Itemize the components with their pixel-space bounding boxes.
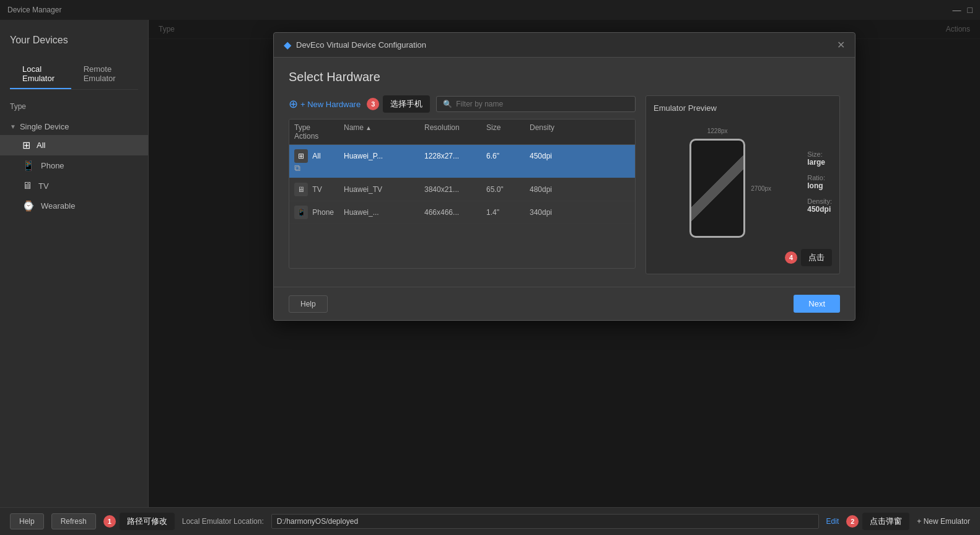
table-row[interactable]: 📱 Phone Huawei_... 466x466... 1.4" 340dp…: [289, 201, 635, 224]
modal-body: ⊕ + New Hardware 3 选择手机 �: [289, 95, 840, 274]
col-density: Density: [530, 123, 579, 132]
edit-button[interactable]: Edit: [826, 517, 839, 526]
bottom-bar: Help Refresh 1 路径可修改 Local Emulator Loca…: [0, 507, 980, 535]
maximize-btn[interactable]: □: [968, 5, 973, 15]
badge-2: 2: [846, 515, 859, 528]
row-name: Huawei_P...: [344, 152, 424, 160]
modal-footer: Help Next: [274, 287, 855, 320]
new-hardware-label: + New Hardware: [300, 100, 361, 109]
col-resolution: Resolution: [424, 123, 486, 132]
row-name: Huawei_TV: [344, 185, 424, 194]
badge-1: 1: [103, 515, 116, 528]
type-label: Type: [0, 97, 148, 116]
spec-ratio-label: Ratio:: [807, 174, 832, 181]
copy-action-button[interactable]: ⧉: [294, 163, 300, 173]
modal-dialog: ◆ DevEco Virtual Device Configuration ✕ …: [273, 32, 855, 321]
spec-density-value: 450dpi: [807, 205, 832, 214]
modal-icon: ◆: [284, 39, 291, 51]
col-size-label: Size: [486, 123, 501, 132]
spec-size-value: large: [807, 158, 832, 167]
annotation-2: 2 点击弹窗: [846, 513, 909, 530]
col-actions: Actions: [294, 132, 344, 141]
hardware-panel: ⊕ + New Hardware 3 选择手机 �: [289, 95, 636, 274]
sidebar-item-phone-label: Phone: [41, 161, 64, 170]
phone-type-icon: 📱: [294, 206, 308, 219]
table-row[interactable]: ⊞ All Huawei_P... 1228x27... 6.6" 450dpi: [289, 145, 635, 178]
minimize-btn[interactable]: —: [953, 5, 961, 15]
tv-type-icon: 🖥: [294, 183, 308, 196]
dim-right: 2700px: [751, 185, 771, 192]
tab-local-emulator[interactable]: Local Emulator: [10, 59, 71, 89]
modal-overlay: ◆ DevEco Virtual Device Configuration ✕ …: [149, 20, 980, 507]
badge-4: 4: [785, 251, 797, 264]
search-icon: 🔍: [443, 100, 452, 108]
col-resolution-label: Resolution: [424, 123, 460, 132]
location-path-input[interactable]: [271, 514, 819, 529]
single-device-label: Single Device: [20, 122, 69, 131]
app-title: Device Manager: [7, 6, 61, 14]
sidebar-item-wearable[interactable]: ⌚ Wearable: [0, 196, 148, 216]
wearable-icon: ⌚: [22, 200, 35, 212]
col-type: Type: [294, 123, 344, 132]
spec-ratio-value: long: [807, 181, 832, 190]
sidebar-item-all[interactable]: ⊞ All: [0, 135, 148, 155]
next-button[interactable]: Next: [794, 295, 840, 313]
row-density: 340dpi: [530, 208, 579, 217]
sidebar-item-tv-label: TV: [38, 181, 49, 191]
row-size: 65.0": [486, 185, 530, 194]
help-bottom-button[interactable]: Help: [10, 513, 44, 529]
help-button[interactable]: Help: [289, 295, 328, 313]
tooltip-4: 点击: [801, 249, 832, 266]
new-emulator-button[interactable]: + New Emulator: [917, 517, 970, 526]
spec-size-label: Size:: [807, 150, 832, 158]
dim-top: 1228px: [707, 128, 728, 134]
row-type: ⊞ All: [294, 149, 344, 163]
col-actions-label: Actions: [294, 132, 318, 141]
row-resolution: 1228x27...: [424, 152, 486, 160]
sidebar-tabs: Local Emulator Remote Emulator: [0, 53, 148, 90]
spec-ratio: Ratio: long: [807, 174, 832, 190]
hardware-toolbar: ⊕ + New Hardware 3 选择手机 �: [289, 95, 636, 113]
col-size: Size: [486, 123, 530, 132]
sidebar: Your Devices Local Emulator Remote Emula…: [0, 20, 149, 507]
preview-specs: Size: large Ratio: long Dens: [807, 120, 832, 244]
all-type-icon: ⊞: [294, 149, 308, 163]
emulator-preview: Emulator Preview 1228px 2700px: [645, 95, 840, 274]
spec-size: Size: large: [807, 150, 832, 167]
row-density: 450dpi: [530, 152, 579, 160]
modal-close-button[interactable]: ✕: [837, 39, 845, 51]
modal-heading: Select Hardware: [289, 70, 840, 84]
window-controls: — □: [953, 5, 973, 15]
content-area: Type Actions ◆ DevEco Virtual Device Con…: [149, 20, 980, 507]
row-actions: ⧉: [294, 163, 344, 173]
sidebar-item-wearable-label: Wearable: [41, 201, 75, 211]
tab-remote-emulator[interactable]: Remote Emulator: [71, 59, 138, 89]
row-density: 480dpi: [530, 185, 579, 194]
badge-3: 3: [367, 98, 379, 110]
row-resolution: 466x466...: [424, 208, 486, 217]
row-name: Huawei_...: [344, 208, 424, 217]
annotation-3: 3 选择手机: [367, 95, 430, 113]
spec-density-label: Density:: [807, 198, 832, 205]
table-header: Type Name ▲ Resolution: [289, 120, 635, 145]
title-bar: Device Manager — □: [0, 0, 980, 20]
col-name[interactable]: Name ▲: [344, 123, 424, 132]
preview-title: Emulator Preview: [654, 103, 832, 113]
sidebar-item-phone[interactable]: 📱 Phone: [0, 155, 148, 176]
location-label: Local Emulator Location:: [182, 517, 264, 526]
col-density-label: Density: [530, 123, 554, 132]
row-resolution: 3840x21...: [424, 185, 486, 194]
sidebar-item-tv[interactable]: 🖥 TV: [0, 176, 148, 196]
col-name-label: Name: [344, 123, 364, 132]
phone-preview: 1228px 2700px 6.6": [654, 120, 800, 244]
filter-input-container: 🔍: [436, 96, 636, 112]
table-row[interactable]: 🖥 TV Huawei_TV 3840x21... 65.0" 480dpi: [289, 178, 635, 201]
filter-input[interactable]: [456, 100, 629, 108]
preview-body: 1228px 2700px 6.6": [654, 120, 832, 244]
tv-icon: 🖥: [22, 180, 32, 191]
new-hardware-button[interactable]: ⊕ + New Hardware: [289, 97, 361, 111]
single-device-group-header[interactable]: ▼ Single Device: [0, 118, 148, 135]
phone-frame: [689, 139, 745, 238]
tooltip-3: 选择手机: [383, 95, 430, 113]
refresh-button[interactable]: Refresh: [51, 513, 96, 529]
